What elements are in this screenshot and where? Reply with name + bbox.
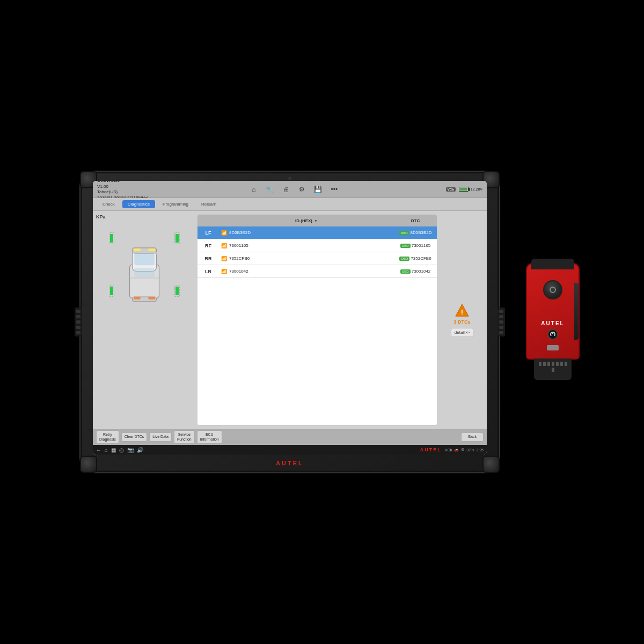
service-function-button[interactable]: Service Function	[174, 430, 195, 444]
battery-icon	[459, 187, 469, 192]
service-label: Service	[177, 433, 192, 437]
sort-icon[interactable]: ▼	[314, 219, 318, 223]
rf-id-rr: 7352CFB6	[229, 256, 250, 261]
retry-label: Retry	[99, 433, 116, 437]
table-row[interactable]: LR 📶 73001042 OBD73001042	[197, 265, 437, 278]
more-icon[interactable]: •••	[328, 184, 340, 195]
tire-rl-indicator	[110, 287, 113, 295]
bumper-br	[482, 456, 500, 473]
status-bar: ← ⌂ ▦ ◎ 📷 🔊 AUTEL VCb 🚗 ⚙ 37% 3:25	[93, 445, 487, 455]
svg-rect-3	[134, 268, 155, 277]
dongle-obd-plug	[534, 358, 572, 380]
obd-dongle: AUTEL	[515, 263, 590, 381]
dtc-panel: ! 3 DTCs detail>>	[441, 214, 484, 426]
settings-icon[interactable]: ⚙	[296, 184, 308, 195]
print-icon[interactable]: 🖨	[280, 184, 292, 195]
tire-fl-indicator	[110, 234, 113, 243]
vehicle-version: V1.00	[97, 184, 149, 189]
wifi-icon-lr: 📶	[221, 269, 227, 274]
battery-status: 37%	[466, 448, 474, 452]
retry-diagnosis-button[interactable]: Retry Diagnosis	[96, 430, 119, 444]
clear-dtcs-button[interactable]: Clear DTCs	[121, 433, 148, 441]
table-row[interactable]: RF 📶 73001165 OBD73001165	[197, 239, 437, 252]
right-grip	[497, 308, 505, 336]
dongle-sd-slot	[547, 345, 559, 350]
tpms-table: ID (HEX) ▼ DTC LF 📶 8D5B3E2D	[197, 214, 437, 426]
back-button[interactable]: Back	[461, 433, 484, 441]
svg-rect-10	[149, 297, 156, 299]
time-status: 3:25	[476, 448, 484, 452]
rf-id-lf: 8D5B3E2D	[229, 230, 251, 235]
rf-id-lr: 73001042	[229, 269, 248, 274]
back-nav-icon[interactable]: ←	[96, 447, 101, 453]
home-nav-icon[interactable]: ⌂	[105, 447, 108, 453]
tire-rear-left	[109, 285, 114, 297]
bottom-toolbar: Retry Diagnosis Clear DTCs Live Data Ser…	[93, 429, 487, 445]
ecu-sub: Information	[200, 437, 219, 442]
top-bar-right: VCb 12.28V	[440, 187, 482, 192]
dongle-power-button[interactable]	[547, 329, 558, 340]
obd-pin	[560, 362, 563, 366]
bumper-bl	[80, 456, 97, 473]
svg-rect-9	[134, 297, 141, 299]
retry-sub: Diagnosis	[99, 437, 116, 442]
dongle-body: AUTEL	[526, 263, 580, 360]
row-dtc-lf: OBD8D5B3E2D	[394, 230, 437, 235]
dongle-top-cap	[531, 259, 574, 269]
volume-nav-icon[interactable]: 🔊	[137, 447, 143, 453]
tab-check[interactable]: Check	[97, 200, 120, 208]
car-illustration	[112, 224, 177, 305]
ecu-label: ECU	[200, 433, 219, 437]
obd-pin	[543, 362, 546, 366]
row-id-lf: 📶 8D5B3E2D	[219, 230, 394, 236]
front-camera	[288, 177, 291, 180]
autel-logo-status: AUTEL	[420, 447, 442, 452]
tab-relearn[interactable]: Relearn	[196, 200, 222, 208]
ecu-information-button[interactable]: ECU Information	[197, 430, 222, 444]
tablet-autel-logo: AUTEL	[276, 460, 304, 466]
main-content: KPa	[93, 211, 487, 429]
dongle-brand: AUTEL	[541, 320, 564, 326]
th-dtc: DTC	[394, 218, 437, 223]
engine-icon-status: ⚙	[461, 448, 464, 452]
camera-nav-icon[interactable]: 📷	[127, 447, 134, 453]
status-nav-icons: ← ⌂ ▦ ◎ 📷 🔊	[96, 447, 417, 453]
tab-programming[interactable]: Programming	[157, 200, 194, 208]
dongle-stripe	[574, 283, 579, 340]
data-panel: ID (HEX) ▼ DTC LF 📶 8D5B3E2D	[197, 214, 484, 426]
grid-nav-icon[interactable]: ▦	[111, 447, 116, 453]
dongle-button[interactable]	[543, 280, 562, 299]
live-data-button[interactable]: Live Data	[149, 433, 172, 441]
svg-rect-7	[134, 248, 141, 251]
obd-pin	[556, 362, 559, 366]
top-bar: Chevrolet V1.00 Tahoe(US) 2015/01-2015/1…	[93, 181, 487, 198]
nav-tabs: Check Diagnostics Programming Relearn	[93, 198, 487, 211]
th-id[interactable]: ID (HEX) ▼	[219, 218, 394, 223]
tablet-device: Chevrolet V1.00 Tahoe(US) 2015/01-2015/1…	[80, 172, 499, 472]
home-icon[interactable]: ⌂	[248, 184, 260, 195]
pressure-unit-label: KPa	[96, 214, 106, 219]
car-diagram	[101, 222, 187, 308]
rf-id-rf: 73001165	[229, 243, 248, 248]
svg-rect-8	[149, 248, 156, 251]
tire-fr-indicator	[175, 234, 179, 243]
row-pos-rf: RF	[197, 243, 219, 248]
save-icon[interactable]: 💾	[312, 184, 324, 195]
wifi-icon-lf: 📶	[221, 230, 227, 236]
svg-text:!: !	[461, 308, 463, 316]
dtc-warning: ! 3 DTCs	[453, 303, 470, 325]
row-pos-lr: LR	[197, 269, 219, 274]
th-id-label: ID (HEX)	[295, 218, 312, 223]
row-pos-rr: RR	[197, 256, 219, 261]
row-dtc-lr: OBD73001042	[394, 269, 437, 274]
detail-button[interactable]: detail>>	[451, 328, 473, 337]
table-row[interactable]: RR 📶 7352CFB6 OBD7352CFB6	[197, 252, 437, 265]
tools-icon[interactable]: 🔧	[264, 184, 276, 195]
tab-diagnostics[interactable]: Diagnostics	[122, 200, 155, 208]
row-dtc-rr: OBD7352CFB6	[394, 256, 437, 261]
obd-pin	[565, 362, 567, 366]
table-row[interactable]: LF 📶 8D5B3E2D OBD8D5B3E2D	[197, 226, 437, 239]
shield-nav-icon[interactable]: ◎	[119, 447, 124, 453]
tire-rear-right	[174, 285, 180, 297]
car-icon-status: 🚗	[454, 448, 459, 452]
